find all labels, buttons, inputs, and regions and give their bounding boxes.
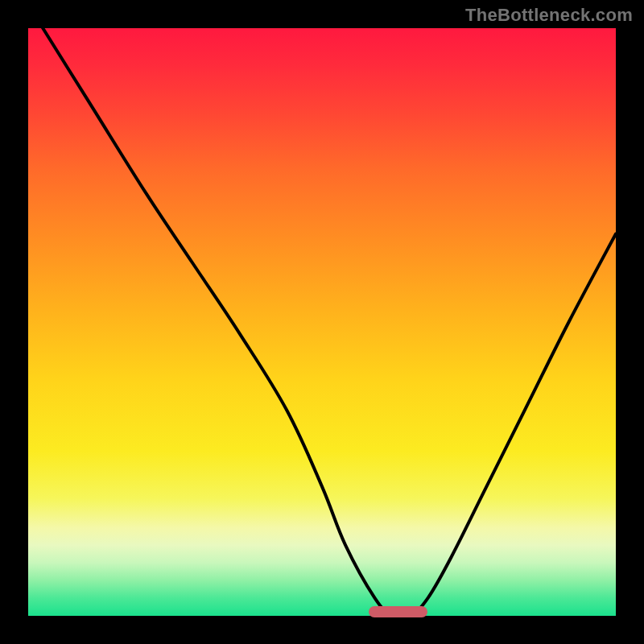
bottleneck-curve xyxy=(28,28,616,616)
plot-area xyxy=(28,28,616,616)
chart-frame: TheBottleneck.com xyxy=(0,0,644,644)
watermark-label: TheBottleneck.com xyxy=(465,5,633,26)
curve-path xyxy=(28,5,616,618)
optimal-range-marker xyxy=(369,606,427,617)
